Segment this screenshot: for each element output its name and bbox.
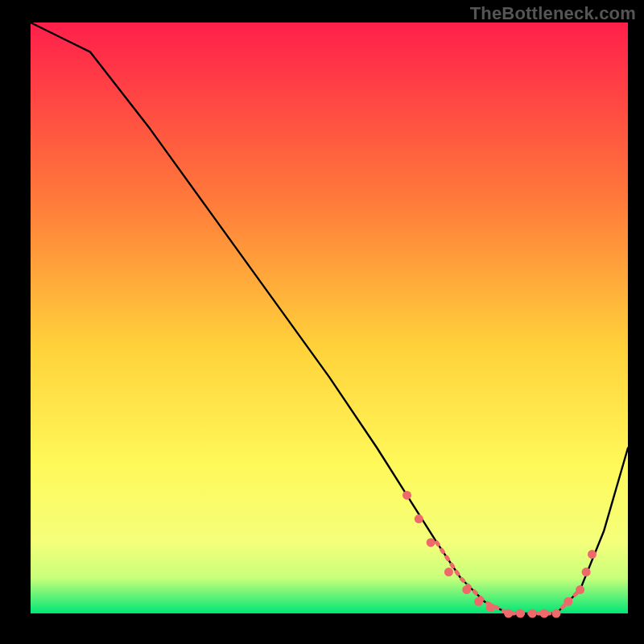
plot-background	[31, 23, 628, 613]
curve-marker	[516, 609, 525, 618]
attribution-label: TheBottleneck.com	[470, 3, 636, 24]
curve-marker	[486, 603, 495, 612]
curve-marker	[462, 585, 471, 594]
curve-marker	[402, 491, 411, 500]
curve-marker	[528, 609, 537, 618]
curve-marker	[582, 568, 591, 576]
curve-marker	[588, 550, 597, 559]
curve-marker	[504, 609, 513, 618]
curve-marker	[444, 568, 453, 576]
curve-marker	[552, 609, 561, 618]
curve-marker	[474, 597, 483, 606]
curve-marker	[540, 609, 549, 618]
bottleneck-chart	[0, 0, 644, 644]
curve-marker	[415, 514, 423, 523]
chart-frame: TheBottleneck.com	[0, 0, 644, 644]
curve-marker	[564, 597, 572, 606]
curve-marker	[427, 538, 436, 547]
curve-marker	[576, 585, 584, 594]
